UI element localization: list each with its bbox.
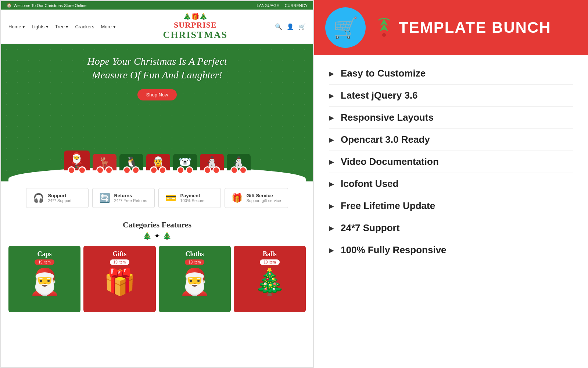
service-row: 🎧 Support 24*7 Support 🔄 Returns 24*7 Fr… xyxy=(1,181,313,215)
currency-selector[interactable]: CURRENCY xyxy=(285,3,308,8)
feature-support-text: 24*7 Support xyxy=(341,222,399,234)
feature-fully-responsive-text: 100% Fully Responsive xyxy=(341,244,447,256)
feature-opencart-text: Opencart 3.0 Ready xyxy=(341,134,430,145)
feature-responsive: ▶ Responsive Layouts xyxy=(329,107,573,129)
category-caps[interactable]: Caps 19 Item 🎅 xyxy=(8,246,80,312)
brand-logo-svg xyxy=(373,17,395,39)
train-car-6: ⛄ xyxy=(227,154,251,170)
cat-caps-title: Caps xyxy=(37,250,52,258)
arrow-icon-8: ▶ xyxy=(329,224,334,232)
arrow-icon-5: ▶ xyxy=(329,158,334,166)
cat-cloths-count: 19 Item xyxy=(185,259,204,265)
feature-jquery-text: Latest jQuery 3.6 xyxy=(341,90,418,101)
topbar-welcome-text: Welcome To Our Christmas Store Online xyxy=(14,3,86,8)
svg-point-0 xyxy=(382,33,386,37)
navbar: Home ▾ Lights ▾ Tree ▾ Crackers More ▾ 🎄… xyxy=(1,10,313,44)
feature-icofont: ▶ Icofont Used xyxy=(329,173,573,195)
service-gift-text: Gift Service Support gift service xyxy=(246,193,281,203)
feature-customize: ▶ Easy to Customize xyxy=(329,63,573,85)
feature-icofont-text: Icofont Used xyxy=(341,178,398,190)
arrow-icon-9: ▶ xyxy=(329,246,334,254)
cat-cloths-title: Cloths xyxy=(186,250,204,258)
right-panel: 🛒 TEMPLATE BUNCH ▶ Easy to Custo xyxy=(314,0,588,368)
shopping-cart-icon: 🛒 xyxy=(333,16,358,40)
nav-tree[interactable]: Tree ▾ xyxy=(55,24,69,29)
cat-cloths-emoji: 🎅 xyxy=(179,267,211,297)
user-icon[interactable]: 👤 xyxy=(287,23,294,30)
categories-divider: 🎄 ✦ 🎄 xyxy=(8,231,306,240)
home-icon: 🏠 xyxy=(7,3,12,8)
categories-title: Categories Features xyxy=(8,220,306,230)
language-selector[interactable]: LANGUAGE xyxy=(257,3,279,8)
feature-fully-responsive: ▶ 100% Fully Responsive xyxy=(329,239,573,261)
train-car-3: 🧝 xyxy=(146,154,170,170)
nav-icons: 🔍 👤 🛒 xyxy=(275,23,306,30)
category-balls[interactable]: Balls 19 Item 🎄 xyxy=(234,246,306,312)
feature-support: ▶ 24*7 Support xyxy=(329,217,573,239)
service-returns-text: Returns 24*7 Free Returns xyxy=(114,193,147,203)
feature-video-docs-text: Video Documentation xyxy=(341,156,439,167)
category-gifts[interactable]: Gifts 19 Item 🎁 xyxy=(83,246,155,312)
hero-section: Hope Your Christmas Is A Perfect Measure… xyxy=(1,44,313,181)
cat-gifts-emoji: 🎁 xyxy=(104,267,136,297)
topbar-right: LANGUAGE CURRENCY xyxy=(257,3,308,8)
arrow-icon-4: ▶ xyxy=(329,136,334,144)
service-returns: 🔄 Returns 24*7 Free Returns xyxy=(92,188,155,208)
cat-balls-title: Balls xyxy=(263,250,277,258)
returns-icon: 🔄 xyxy=(99,193,110,203)
arrow-icon-2: ▶ xyxy=(329,92,334,100)
cart-icon-circle: 🛒 xyxy=(325,7,366,48)
service-payment-sub: 100% Secure xyxy=(180,198,204,203)
feature-lifetime-update: ▶ Free Lifetime Update xyxy=(329,195,573,217)
logo-line1: SURPRISE xyxy=(163,21,227,29)
train-car-1: 🦌 xyxy=(93,154,116,170)
train-car-2: 🐧 xyxy=(119,154,143,170)
train-car-4: 🐻‍❄️ xyxy=(173,154,197,170)
feature-responsive-text: Responsive Layouts xyxy=(341,112,434,123)
cart-icon[interactable]: 🛒 xyxy=(298,23,306,30)
cat-balls-count: 19 Item xyxy=(260,259,279,265)
nav-links: Home ▾ Lights ▾ Tree ▾ Crackers More ▾ xyxy=(8,24,116,29)
service-payment-title: Payment xyxy=(180,193,204,198)
logo-line2: CHRISTMAS xyxy=(163,29,227,40)
service-payment-text: Payment 100% Secure xyxy=(180,193,204,203)
feature-video-docs: ▶ Video Documentation xyxy=(329,151,573,173)
service-support-text: Support 24*7 Support xyxy=(48,193,71,203)
arrow-icon-6: ▶ xyxy=(329,180,334,188)
nav-home[interactable]: Home ▾ xyxy=(8,24,25,29)
nav-more[interactable]: More ▾ xyxy=(101,24,115,29)
cat-caps-count: 19 Item xyxy=(35,259,54,265)
categories-section: Categories Features 🎄 ✦ 🎄 Caps 19 Item 🎅… xyxy=(1,215,313,318)
character-row: 🎅 🚂 🦌 🐧 🧝 🐻‍❄️ ⛄ xyxy=(64,151,251,181)
brand-logo-leaves xyxy=(373,17,395,39)
cat-gifts-title: Gifts xyxy=(112,250,126,258)
cat-gifts-count: 19 Item xyxy=(110,259,129,265)
cat-balls-emoji: 🎄 xyxy=(254,267,286,297)
website-preview: 🏠 Welcome To Our Christmas Store Online … xyxy=(0,0,314,368)
service-support-sub: 24*7 Support xyxy=(48,198,71,203)
logo: 🎄🎁🎄 SURPRISE CHRISTMAS xyxy=(163,13,227,40)
service-gift-title: Gift Service xyxy=(246,193,281,198)
brand-name: TEMPLATE BUNCH xyxy=(399,19,551,36)
train-engine: 🎅 🚂 xyxy=(64,151,90,170)
search-icon[interactable]: 🔍 xyxy=(275,23,282,30)
service-support: 🎧 Support 24*7 Support xyxy=(26,188,89,208)
brand-header: 🛒 TEMPLATE BUNCH xyxy=(314,0,588,55)
category-cloths[interactable]: Cloths 19 Item 🎅 xyxy=(159,246,231,312)
brand-area: TEMPLATE BUNCH xyxy=(373,17,551,39)
categories-grid: Caps 19 Item 🎅 Gifts 19 Item 🎁 Cloths 19… xyxy=(8,246,306,312)
payment-icon: 💳 xyxy=(165,193,176,203)
gift-icon: 🎁 xyxy=(232,193,243,203)
service-gift: 🎁 Gift Service Support gift service xyxy=(225,188,288,208)
arrow-icon-1: ▶ xyxy=(329,70,334,78)
characters-scene: 🎅 🚂 🦌 🐧 🧝 🐻‍❄️ ⛄ xyxy=(8,108,306,181)
feature-opencart: ▶ Opencart 3.0 Ready xyxy=(329,129,573,151)
train-car-5: ⛄ xyxy=(200,154,224,170)
service-returns-sub: 24*7 Free Returns xyxy=(114,198,147,203)
nav-lights[interactable]: Lights ▾ xyxy=(32,24,48,29)
features-list: ▶ Easy to Customize ▶ Latest jQuery 3.6 … xyxy=(314,55,588,368)
nav-crackers[interactable]: Crackers xyxy=(75,24,94,29)
service-gift-sub: Support gift service xyxy=(246,198,281,203)
service-support-title: Support xyxy=(48,193,71,198)
feature-customize-text: Easy to Customize xyxy=(341,68,426,79)
